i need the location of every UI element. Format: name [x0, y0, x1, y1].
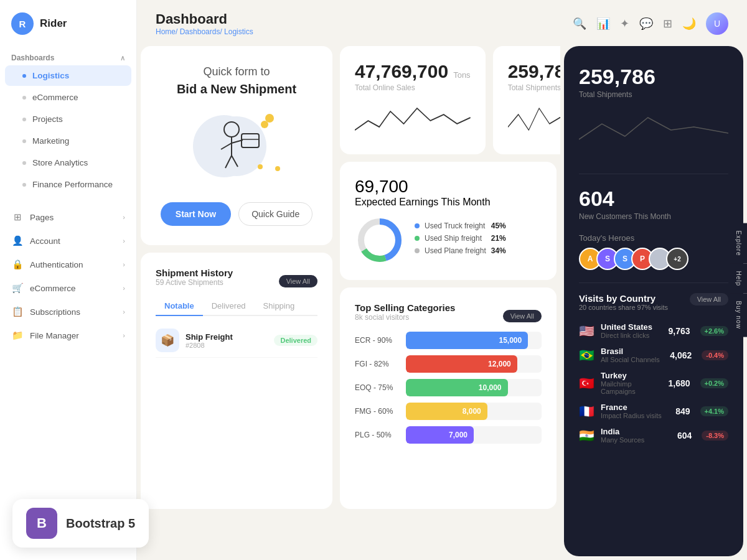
ecommerce-label: eCommerce [32, 93, 78, 102]
sidebar-item-pages[interactable]: ⊞ Pages › [0, 205, 136, 229]
shipment-header: Shipment History 59 Active Shipments Vie… [156, 268, 317, 294]
heroes-section: Today's Heroes A S S P +2 [579, 233, 728, 270]
donut-chart [355, 215, 405, 265]
auth-icon: 🔒 [11, 259, 24, 270]
tab-delivered[interactable]: Delivered [203, 297, 255, 316]
shipment-row: 📦 Ship Freight #2808 Delivered [156, 324, 317, 358]
dashboards-chevron: ∧ [120, 54, 125, 62]
visits-subtitle: 20 countries share 97% visits [579, 304, 668, 311]
right-panel: 259,786 Total Shipments 604 New Customer… [564, 46, 743, 556]
sidebar-item-file-manager[interactable]: 📁 File Manager › [0, 324, 136, 347]
dashboards-section[interactable]: Dashboards ∧ [0, 47, 136, 65]
heroes-label: Today's Heroes [579, 233, 728, 243]
sidebar-item-subscriptions[interactable]: 📋 Subscriptions › [0, 300, 136, 324]
panel-shipments-value: 259,786 [579, 65, 728, 89]
tab-notable[interactable]: Notable [156, 297, 203, 316]
marketing-label: Marketing [32, 136, 69, 146]
buy-now-btn[interactable]: Buy now [730, 294, 747, 337]
dot-logistics [22, 74, 26, 78]
subscriptions-chevron: › [123, 308, 125, 315]
country-row: 🇧🇷 Brasil All Social Channels 4,062 -0.4… [579, 347, 728, 363]
category-bar-row: ECR - 90% 15,000 [355, 332, 542, 349]
shipments-label: Total Shipments [508, 83, 560, 92]
shipment-info: Ship Freight #2808 [186, 332, 268, 349]
category-bar-row: PLG - 50% 7,000 [355, 426, 542, 444]
shipments-card: 259,786 Total Shipments [493, 46, 560, 154]
sidebar-item-account[interactable]: 👤 Account › [0, 229, 136, 253]
bar-bg: 8,000 [406, 403, 542, 420]
country-sub: All Social Channels [601, 356, 664, 363]
category-bar-row: EOQ - 75% 10,000 [355, 379, 542, 396]
grid-icon[interactable]: ⊞ [663, 17, 672, 30]
ship-dot [415, 236, 420, 241]
explore-btn[interactable]: Explore [730, 223, 747, 264]
cat-label: PLG - 50% [355, 431, 398, 439]
panel-customers-label: New Customers This Month [579, 212, 728, 221]
account-label: Account [30, 236, 60, 246]
sidebar-item-ecommerce[interactable]: eCommerce [5, 87, 131, 108]
start-now-button[interactable]: Start Now [161, 202, 231, 226]
shipment-view-all[interactable]: View All [279, 275, 317, 287]
pages-chevron: › [123, 213, 125, 221]
sidebar-item-projects[interactable]: Projects [5, 109, 131, 129]
breadcrumb-dashboards: Dashboards/ [180, 27, 222, 36]
bar-fill: 10,000 [406, 379, 508, 396]
search-icon[interactable]: 🔍 [573, 17, 586, 30]
dot-finance [22, 183, 26, 187]
auth-chevron: › [123, 261, 125, 268]
country-flag: 🇧🇷 [579, 348, 594, 363]
categories-header: Top Selling Categories 8k social visitor… [355, 302, 542, 329]
finance-label: Finance Performance [32, 180, 113, 189]
logo: R Rider [0, 0, 136, 47]
country-info: United States Direct link clicks [601, 322, 662, 339]
country-change: +2.6% [700, 326, 729, 336]
sidebar-item-authentication[interactable]: 🔒 Authentication › [0, 253, 136, 276]
sidebar-item-finance-performance[interactable]: Finance Performance [5, 174, 131, 195]
bar-bg: 7,000 [406, 426, 542, 444]
avatar[interactable]: U [706, 12, 728, 35]
bootstrap-label: Bootstrap 5 [66, 516, 135, 531]
country-val: 4,062 [670, 350, 692, 360]
visits-view-all[interactable]: View All [690, 293, 728, 306]
online-sales-value: 47,769,700 [355, 61, 448, 82]
country-info: Turkey Mailchimp Campaigns [601, 371, 662, 395]
sidebar-item-store-analytics[interactable]: Store Analytics [5, 152, 131, 173]
country-val: 1,680 [668, 378, 690, 388]
sidebar-item-ecommerce-main[interactable]: 🛒 eCommerce › [0, 276, 136, 300]
illus-figure [187, 109, 286, 184]
sidebar-item-marketing[interactable]: Marketing [5, 131, 131, 151]
country-info: France Impact Radius visits [601, 403, 669, 419]
category-bar-row: FMG - 60% 8,000 [355, 403, 542, 420]
settings-icon[interactable]: ✦ [620, 17, 629, 30]
chart-icon[interactable]: 📊 [596, 17, 610, 30]
sidebar-item-logistics[interactable]: Logistics [5, 65, 131, 86]
avatar-more: +2 [666, 248, 688, 270]
online-sales-unit: Tons [453, 70, 470, 80]
moon-icon[interactable]: 🌙 [682, 17, 696, 30]
country-change: -0.4% [702, 350, 728, 360]
country-val: 9,763 [668, 326, 690, 336]
earnings-card: 69,700 Expected Earnings This Month [340, 162, 557, 280]
svg-point-9 [261, 121, 268, 128]
bar-bg: 15,000 [406, 332, 542, 349]
pages-label: Pages [30, 213, 54, 222]
chat-icon[interactable]: 💬 [639, 17, 653, 30]
categories-subtitle: 8k social visitors [355, 313, 455, 322]
country-row: 🇫🇷 France Impact Radius visits 849 +4.1% [579, 403, 728, 419]
donut-container: Used Truck freight 45% Used Ship freight… [355, 215, 542, 265]
help-btn[interactable]: Help [730, 263, 747, 294]
country-sub: Direct link clicks [601, 332, 662, 339]
panel-shipments-label: Total Shipments [579, 90, 728, 99]
country-flag: 🇺🇸 [579, 324, 594, 338]
account-chevron: › [123, 237, 125, 245]
dot-ecommerce [22, 96, 26, 100]
plane-val: 34% [491, 246, 506, 255]
shipments-chart [508, 102, 560, 139]
bar-fill: 15,000 [406, 332, 528, 349]
categories-view-all[interactable]: View All [503, 310, 542, 322]
truck-legend: Used Truck freight 45% [415, 222, 506, 230]
tab-shipping[interactable]: Shipping [255, 297, 304, 316]
file-manager-chevron: › [123, 332, 125, 339]
quick-guide-button[interactable]: Quick Guide [238, 202, 312, 226]
bar-fill: 12,000 [406, 355, 517, 373]
